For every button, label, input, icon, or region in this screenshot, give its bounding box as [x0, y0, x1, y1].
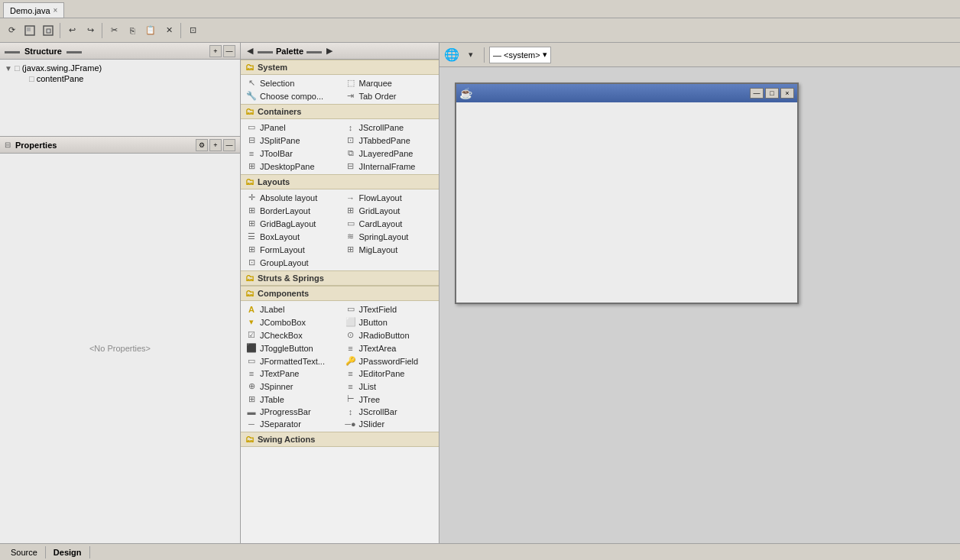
palette-item-jprogress[interactable]: ▬ JProgressBar — [241, 406, 340, 418]
jtextfield-label: JTextField — [359, 305, 397, 314]
palette-item-grid[interactable]: ⊞ GridLayout — [340, 204, 439, 217]
palette-item-jlayeredpane[interactable]: ⧉ JLayeredPane — [340, 147, 439, 160]
tab-source[interactable]: Source — [3, 546, 46, 558]
toolbar-delete-btn[interactable]: ✕ — [161, 22, 177, 39]
swing-maximize-btn[interactable]: □ — [765, 88, 779, 99]
properties-add-btn[interactable]: + — [209, 139, 222, 151]
demo-java-tab[interactable]: Demo.java × — [3, 2, 64, 18]
palette-item-jsplitpane[interactable]: ⊟ JSplitPane — [241, 134, 340, 147]
palette-item-choose[interactable]: 🔧 Choose compo... — [241, 89, 340, 102]
palette-item-jdesktoppane[interactable]: ⊞ JDesktopPane — [241, 160, 340, 173]
jlayeredpane-icon: ⧉ — [345, 148, 357, 158]
palette-header: ◀ ▬▬ Palette ▬▬ ▶ — [241, 43, 439, 60]
palette-lines2-icon: ▬▬ — [306, 47, 322, 55]
palette-next-btn[interactable]: ▶ — [325, 46, 334, 56]
palette-section-system: 🗂 System — [241, 60, 439, 75]
palette-section-struts: 🗂 Struts & Springs — [241, 270, 439, 286]
jtextpane-icon: ≡ — [245, 369, 258, 378]
design-system-dropdown[interactable]: — <system> ▾ — [489, 47, 551, 63]
palette-item-border[interactable]: ⊞ BorderLayout — [241, 204, 340, 217]
palette-item-box[interactable]: ☰ BoxLayout — [241, 230, 340, 243]
palette-item-jslider[interactable]: ─● JSlider — [340, 418, 439, 430]
design-canvas: ☕ — □ × — [439, 67, 960, 543]
palette-item-flow[interactable]: → FlowLayout — [340, 191, 439, 204]
properties-remove-btn[interactable]: — — [223, 139, 235, 151]
bottom-tabs: Source Design — [0, 543, 960, 560]
palette-item-jlabel[interactable]: A JLabel — [241, 303, 340, 316]
palette-item-gridbag[interactable]: ⊞ GridBagLayout — [241, 217, 340, 230]
toolbar-cut-btn[interactable]: ✂ — [105, 22, 122, 39]
palette-item-jcombobox[interactable]: ▾ JComboBox — [241, 316, 340, 329]
jtextfield-icon: ▭ — [345, 304, 357, 314]
toolbar-history-btn[interactable]: ⟳ — [3, 22, 20, 39]
palette-item-absolute[interactable]: ✛ Absolute layout — [241, 191, 340, 204]
palette-item-jeditor[interactable]: ≡ JEditorPane — [340, 367, 439, 380]
palette-item-jpanel[interactable]: ▭ JPanel — [241, 121, 340, 134]
properties-config-btn[interactable]: ⚙ — [196, 139, 208, 151]
toolbar-paste-btn[interactable]: 📋 — [142, 22, 159, 39]
palette-item-jscrollbar[interactable]: ↕ JScrollBar — [340, 406, 439, 418]
jtree-label: JTree — [359, 395, 381, 404]
jlayeredpane-label: JLayeredPane — [359, 149, 414, 158]
tree-item-jframe[interactable]: ▼ □ (javax.swing.JFrame) — [3, 63, 237, 73]
palette-item-group[interactable]: ⊡ GroupLayout — [241, 256, 439, 269]
palette-item-jformatted[interactable]: ▭ JFormattedText... — [241, 354, 340, 367]
palette-prev-btn[interactable]: ◀ — [245, 46, 255, 56]
palette-item-jtextpane[interactable]: ≡ JTextPane — [241, 367, 340, 380]
components-folder-icon: 🗂 — [245, 288, 255, 299]
svg-rect-1 — [27, 28, 31, 31]
palette-scroll[interactable]: 🗂 System ↖ Selection ⬚ Marquee 🔧 Choose … — [241, 60, 439, 543]
palette-item-jbutton[interactable]: ⬜ JButton — [340, 316, 439, 329]
tree-item-label2: contentPane — [37, 74, 84, 83]
palette-item-jtextarea[interactable]: ≡ JTextArea — [340, 342, 439, 354]
toolbar-img1-btn[interactable] — [21, 22, 38, 39]
toolbar-fit-btn[interactable]: ⊡ — [184, 22, 201, 39]
palette-item-form[interactable]: ⊞ FormLayout — [241, 243, 340, 256]
toolbar-copy-btn[interactable]: ⎘ — [124, 22, 141, 39]
palette-item-jseparator[interactable]: ─ JSeparator — [241, 418, 340, 430]
jinternalframe-label: JInternalFrame — [359, 162, 416, 171]
swing-close-btn[interactable]: × — [780, 88, 794, 99]
jsplitpane-label: JSplitPane — [260, 136, 300, 145]
containers-section-label: Containers — [258, 107, 301, 116]
palette-item-jscrollpane[interactable]: ↕ JScrollPane — [340, 121, 439, 134]
palette-item-spring[interactable]: ≋ SpringLayout — [340, 230, 439, 243]
palette-item-jlist[interactable]: ≡ JList — [340, 380, 439, 393]
toolbar-redo-btn[interactable]: ↪ — [82, 22, 99, 39]
design-system-label: — — [493, 50, 501, 60]
palette-item-selection[interactable]: ↖ Selection — [241, 76, 340, 89]
toolbar-img2-btn[interactable] — [40, 22, 57, 39]
palette-item-jradio[interactable]: ⊙ JRadioButton — [340, 329, 439, 342]
palette-item-marquee[interactable]: ⬚ Marquee — [340, 76, 439, 89]
palette-item-card[interactable]: ▭ CardLayout — [340, 217, 439, 230]
design-globe-btn[interactable]: ▾ — [462, 47, 479, 63]
design-area: 🌐 ▾ — <system> ▾ ☕ — □ × — [439, 43, 960, 543]
palette-item-jtree[interactable]: ⊢ JTree — [340, 393, 439, 406]
containers-grid: ▭ JPanel ↕ JScrollPane ⊟ JSplitPane ⊡ JT… — [241, 119, 439, 174]
swing-minimize-btn[interactable]: — — [750, 88, 764, 99]
palette-item-taborder[interactable]: ⇥ Tab Order — [340, 89, 439, 102]
palette-item-jspinner[interactable]: ⊕ JSpinner — [241, 380, 340, 393]
box-label: BoxLayout — [260, 232, 300, 241]
tab-design[interactable]: Design — [46, 546, 90, 558]
palette-item-jinternalframe[interactable]: ⊟ JInternalFrame — [340, 160, 439, 173]
marquee-icon: ⬚ — [345, 78, 357, 88]
palette-item-jtextfield[interactable]: ▭ JTextField — [340, 303, 439, 316]
jlist-label: JList — [359, 382, 377, 391]
tab-close-icon[interactable]: × — [54, 6, 58, 15]
palette-item-jtoggle[interactable]: ⬛ JToggleButton — [241, 342, 340, 354]
palette-item-jpassword[interactable]: 🔑 JPasswordField — [340, 354, 439, 367]
structure-remove-btn[interactable]: — — [223, 45, 235, 57]
jdesktoppane-label: JDesktopPane — [260, 162, 315, 171]
system-grid: ↖ Selection ⬚ Marquee 🔧 Choose compo... … — [241, 75, 439, 104]
palette-item-jcheckbox[interactable]: ☑ JCheckBox — [241, 329, 340, 342]
palette-item-mig[interactable]: ⊞ MigLayout — [340, 243, 439, 256]
palette-item-jtabbedpane[interactable]: ⊡ JTabbedPane — [340, 134, 439, 147]
palette-item-jtable[interactable]: ⊞ JTable — [241, 393, 340, 406]
marquee-label: Marquee — [359, 79, 392, 88]
palette-item-jtoolbar[interactable]: ≡ JToolBar — [241, 147, 340, 160]
jbutton-label: JButton — [359, 318, 388, 327]
toolbar-undo-btn[interactable]: ↩ — [63, 22, 80, 39]
tree-item-contentpane[interactable]: □ contentPane — [3, 73, 237, 84]
structure-add-btn[interactable]: + — [209, 45, 222, 57]
